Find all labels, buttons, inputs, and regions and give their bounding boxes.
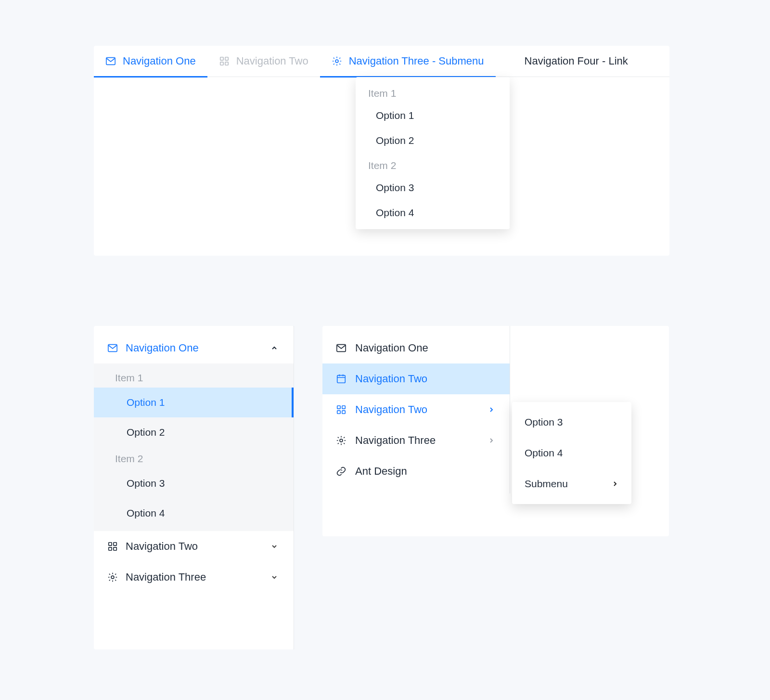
chevron-right-icon (488, 406, 495, 414)
vnav-three[interactable]: Navigation Three (322, 425, 510, 456)
dropdown-group-title: Item 1 (356, 81, 510, 103)
nav-label: Ant Design (355, 465, 407, 478)
dropdown-group-title: Item 2 (356, 153, 510, 175)
chevron-down-icon (270, 543, 278, 550)
nav-three-dropdown: Item 1 Option 1 Option 2 Item 2 Option 3… (356, 77, 510, 229)
nav-label: Navigation Two (355, 373, 427, 385)
link-icon (336, 466, 346, 477)
nav-four-link[interactable]: Navigation Four - Link (513, 46, 640, 77)
horizontal-menu-panel: Navigation One Navigation Two Navigation… (94, 46, 669, 256)
popout-option[interactable]: Option 3 (512, 407, 631, 438)
vertical-menu: Navigation One Navigation Two Navigation… (322, 326, 510, 493)
nav-label: Navigation Three (355, 434, 436, 447)
nav-label: Navigation One (126, 342, 199, 354)
chevron-up-icon (270, 344, 278, 352)
appstore-icon (107, 541, 118, 552)
nav-three-submenu[interactable]: Navigation Three - Submenu (320, 46, 496, 77)
nav-label: Navigation Two (355, 403, 427, 416)
dropdown-option[interactable]: Option 1 (356, 103, 510, 128)
popout-label: Submenu (525, 478, 568, 490)
vnav-one[interactable]: Navigation One (322, 333, 510, 363)
popout-option[interactable]: Option 4 (512, 438, 631, 468)
popout-label: Option 3 (525, 416, 563, 428)
inline-nav-two[interactable]: Navigation Two (94, 531, 294, 562)
popout-label: Option 4 (525, 447, 563, 459)
nav-two: Navigation Two (207, 46, 320, 77)
nav-label: Navigation Two (126, 540, 198, 553)
nav-label: Navigation Four - Link (525, 55, 628, 67)
chevron-down-icon (270, 573, 278, 581)
horizontal-menu: Navigation One Navigation Two Navigation… (94, 46, 669, 77)
vnav-two-submenu[interactable]: Navigation Two (322, 394, 510, 425)
setting-icon (336, 435, 346, 446)
inline-nav-three[interactable]: Navigation Three (94, 562, 294, 593)
mail-icon (105, 56, 116, 66)
inline-subgroup: Item 1 Option 1 Option 2 Item 2 Option 3… (94, 363, 294, 531)
vnav-antdesign[interactable]: Ant Design (322, 456, 510, 487)
nav-label: Navigation One (123, 55, 196, 67)
dropdown-option[interactable]: Option 4 (356, 200, 510, 225)
chevron-right-icon (611, 480, 619, 488)
dropdown-option[interactable]: Option 3 (356, 175, 510, 200)
nav-one[interactable]: Navigation One (94, 46, 207, 77)
inline-nav-one[interactable]: Navigation One (94, 333, 294, 363)
appstore-icon (219, 56, 230, 66)
chevron-right-icon (488, 437, 495, 444)
vnav-two-selected[interactable]: Navigation Two (322, 363, 510, 394)
inline-option[interactable]: Option 3 (94, 468, 294, 498)
popout-submenu[interactable]: Submenu (512, 468, 631, 499)
inline-menu-panel: Navigation One Item 1 Option 1 Option 2 … (94, 326, 294, 649)
nav-label: Navigation Two (236, 55, 308, 67)
inline-option[interactable]: Option 4 (94, 498, 294, 528)
group-title: Item 2 (94, 447, 294, 468)
setting-icon (107, 572, 118, 583)
nav-label: Navigation Three - Submenu (349, 55, 484, 67)
dropdown-option[interactable]: Option 2 (356, 128, 510, 153)
mail-icon (336, 343, 346, 353)
inline-menu: Navigation One Item 1 Option 1 Option 2 … (94, 326, 294, 649)
group-title: Item 1 (94, 366, 294, 388)
inline-option[interactable]: Option 2 (94, 417, 294, 447)
setting-icon (332, 56, 342, 66)
nav-label: Navigation One (355, 342, 428, 354)
nav-label: Navigation Three (126, 571, 206, 583)
submenu-popout: Option 3 Option 4 Submenu (512, 402, 631, 504)
calendar-icon (336, 374, 346, 384)
inline-option[interactable]: Option 1 (94, 388, 294, 417)
appstore-icon (336, 404, 346, 415)
mail-icon (107, 343, 118, 353)
vertical-menu-panel: Navigation One Navigation Two Navigation… (322, 326, 669, 536)
